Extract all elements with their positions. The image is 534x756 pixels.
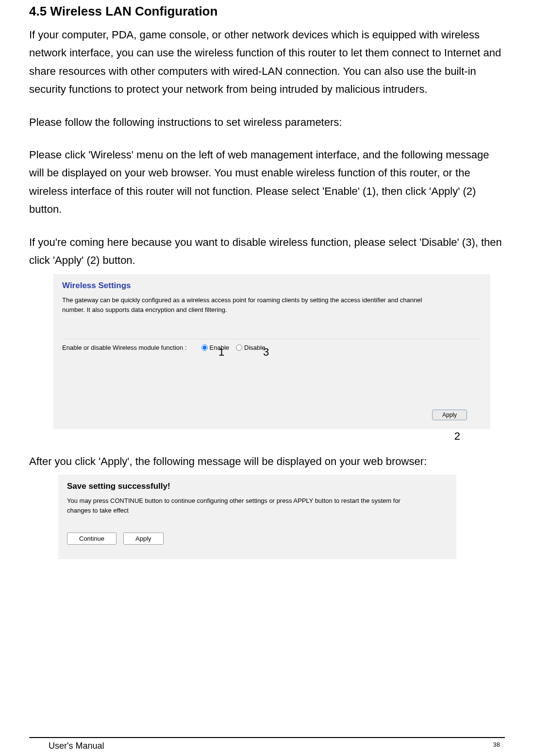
disable-radio[interactable]: Disable bbox=[236, 344, 265, 351]
enable-radio[interactable]: Enable bbox=[201, 344, 229, 351]
apply-button-2[interactable]: Apply bbox=[123, 533, 164, 545]
paragraph-instructions: Please click 'Wireless' menu on the left… bbox=[29, 146, 505, 219]
page-footer: User's Manual 38 bbox=[0, 737, 534, 751]
footer-divider bbox=[29, 737, 505, 738]
continue-button[interactable]: Continue bbox=[67, 533, 117, 545]
paragraph-intro: If your computer, PDA, game console, or … bbox=[29, 26, 505, 99]
paragraph-after-apply: After you click 'Apply', the following m… bbox=[29, 452, 505, 470]
divider bbox=[62, 339, 482, 339]
paragraph-follow: Please follow the following instructions… bbox=[29, 113, 505, 131]
save-description: You may press CONTINUE button to continu… bbox=[67, 496, 407, 516]
wireless-settings-panel: Wireless Settings The gateway can be qui… bbox=[53, 274, 490, 429]
footer-page-number: 38 bbox=[493, 741, 500, 751]
save-success-panel: Save setting successfully! You may press… bbox=[58, 475, 456, 560]
panel-title: Wireless Settings bbox=[62, 281, 482, 291]
footer-manual-label: User's Manual bbox=[49, 741, 104, 751]
wireless-enable-label: Enable or disable Wireless module functi… bbox=[62, 344, 187, 351]
wireless-enable-row: Enable or disable Wireless module functi… bbox=[62, 344, 482, 351]
annotation-3: 3 bbox=[263, 346, 269, 359]
disable-radio-label: Disable bbox=[244, 344, 265, 351]
disable-radio-input[interactable] bbox=[236, 344, 242, 351]
enable-radio-input[interactable] bbox=[201, 344, 208, 351]
annotation-2: 2 bbox=[454, 430, 460, 443]
section-heading: 4.5 Wireless LAN Configuration bbox=[29, 4, 505, 19]
panel-description: The gateway can be quickly configured as… bbox=[62, 295, 441, 314]
annotation-1: 1 bbox=[218, 346, 224, 359]
save-title: Save setting successfully! bbox=[67, 481, 448, 491]
apply-button[interactable]: Apply bbox=[432, 410, 467, 420]
paragraph-disable: If you're coming here because you want t… bbox=[29, 233, 505, 270]
